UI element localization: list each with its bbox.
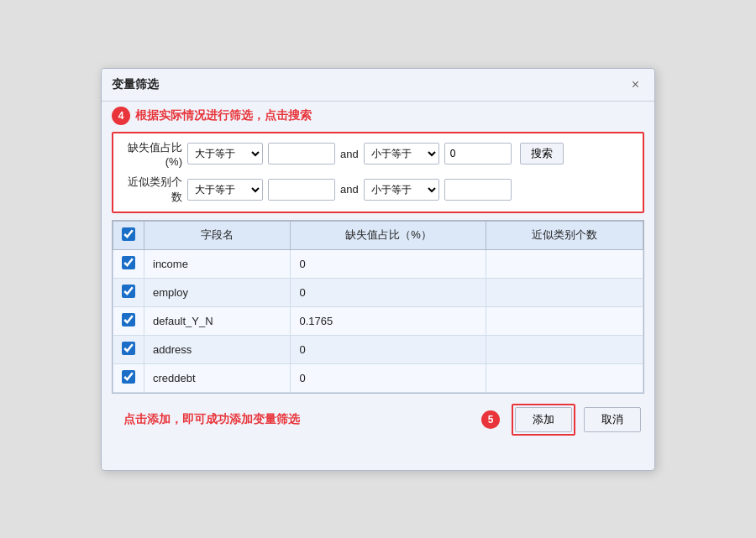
row-checkbox[interactable] bbox=[122, 370, 135, 384]
row-field-name: creddebt bbox=[144, 363, 291, 392]
filter-row-missing: 缺失值占比(%) 大于等于 大于 小于等于 小于 等于 and 小于等于 小于 … bbox=[122, 140, 634, 168]
step-5-circle: 5 bbox=[481, 410, 500, 429]
row-approx-cat bbox=[486, 306, 643, 335]
col-header-checkbox[interactable] bbox=[113, 221, 144, 249]
table-row: address 0 bbox=[113, 335, 643, 363]
row-approx-cat bbox=[486, 363, 643, 392]
instruction-bar: 4 根据实际情况进行筛选，点击搜索 bbox=[102, 102, 654, 128]
row-checkbox-cell[interactable] bbox=[113, 249, 144, 278]
table-header-row: 字段名 缺失值占比（%） 近似类别个数 bbox=[113, 221, 643, 249]
row-missing-pct: 0 bbox=[291, 249, 486, 278]
close-button[interactable]: × bbox=[627, 76, 644, 94]
col-header-field: 字段名 bbox=[144, 221, 291, 249]
table-row: income 0 bbox=[113, 249, 643, 278]
row-missing-pct: 0 bbox=[291, 335, 486, 363]
results-table: 字段名 缺失值占比（%） 近似类别个数 income 0 employ 0 bbox=[113, 221, 643, 393]
step-4-circle: 4 bbox=[112, 107, 130, 125]
col-header-missing: 缺失值占比（%） bbox=[291, 221, 486, 249]
row-checkbox-cell[interactable] bbox=[113, 278, 144, 306]
missing-op2-select[interactable]: 小于等于 小于 大于等于 大于 等于 bbox=[364, 143, 439, 165]
cancel-button[interactable]: 取消 bbox=[584, 407, 641, 432]
bottom-section: 点击添加，即可成功添加变量筛选 5 添加 取消 bbox=[102, 394, 654, 439]
add-button[interactable]: 添加 bbox=[515, 407, 572, 432]
row-checkbox[interactable] bbox=[122, 342, 135, 355]
add-button-wrapper: 添加 bbox=[512, 404, 575, 436]
variable-filter-dialog: 变量筛选 × 4 根据实际情况进行筛选，点击搜索 缺失值占比(%) 大于等于 大… bbox=[101, 68, 655, 471]
missing-op1-select[interactable]: 大于等于 大于 小于等于 小于 等于 bbox=[187, 143, 263, 165]
table-row: creddebt 0 bbox=[113, 363, 643, 392]
approx-op1-select[interactable]: 大于等于 大于 小于等于 小于 等于 bbox=[187, 179, 263, 201]
filter-label-approx: 近似类别个数 bbox=[122, 175, 182, 205]
missing-val2-input[interactable] bbox=[444, 143, 512, 165]
approx-val2-input[interactable] bbox=[444, 179, 512, 201]
row-field-name: employ bbox=[144, 278, 291, 306]
approx-and-label: and bbox=[340, 183, 359, 196]
row-checkbox[interactable] bbox=[122, 256, 135, 269]
search-button[interactable]: 搜索 bbox=[520, 143, 564, 165]
row-missing-pct: 0.1765 bbox=[291, 306, 486, 335]
missing-val1-input[interactable] bbox=[268, 143, 335, 165]
row-field-name: income bbox=[144, 249, 291, 278]
approx-val1-input[interactable] bbox=[268, 179, 335, 201]
filter-row-approx: 近似类别个数 大于等于 大于 小于等于 小于 等于 and 小于等于 小于 大于… bbox=[122, 175, 634, 205]
bottom-actions: 5 添加 取消 bbox=[481, 404, 641, 436]
bottom-hint-text: 点击添加，即可成功添加变量筛选 bbox=[115, 412, 300, 427]
approx-op2-select[interactable]: 小于等于 小于 大于等于 大于 等于 bbox=[364, 179, 439, 201]
instruction-text: 根据实际情况进行筛选，点击搜索 bbox=[135, 108, 312, 123]
row-checkbox-cell[interactable] bbox=[113, 363, 144, 392]
row-approx-cat bbox=[486, 278, 643, 306]
col-header-approx: 近似类别个数 bbox=[486, 221, 643, 249]
table-row: default_Y_N 0.1765 bbox=[113, 306, 643, 335]
filter-label-missing: 缺失值占比(%) bbox=[122, 140, 182, 168]
table-row: employ 0 bbox=[113, 278, 643, 306]
row-checkbox-cell[interactable] bbox=[113, 335, 144, 363]
missing-and-label: and bbox=[340, 148, 359, 160]
row-missing-pct: 0 bbox=[291, 278, 486, 306]
row-checkbox[interactable] bbox=[122, 285, 135, 298]
title-bar: 变量筛选 × bbox=[102, 69, 654, 102]
select-all-checkbox[interactable] bbox=[122, 227, 135, 241]
filter-section: 缺失值占比(%) 大于等于 大于 小于等于 小于 等于 and 小于等于 小于 … bbox=[112, 132, 644, 213]
results-table-wrapper: 字段名 缺失值占比（%） 近似类别个数 income 0 employ 0 bbox=[112, 220, 644, 394]
row-checkbox[interactable] bbox=[122, 313, 135, 326]
dialog-title: 变量筛选 bbox=[112, 77, 159, 92]
row-missing-pct: 0 bbox=[291, 363, 486, 392]
row-approx-cat bbox=[486, 335, 643, 363]
row-approx-cat bbox=[486, 249, 643, 278]
row-field-name: default_Y_N bbox=[144, 306, 291, 335]
row-checkbox-cell[interactable] bbox=[113, 306, 144, 335]
row-field-name: address bbox=[144, 335, 291, 363]
